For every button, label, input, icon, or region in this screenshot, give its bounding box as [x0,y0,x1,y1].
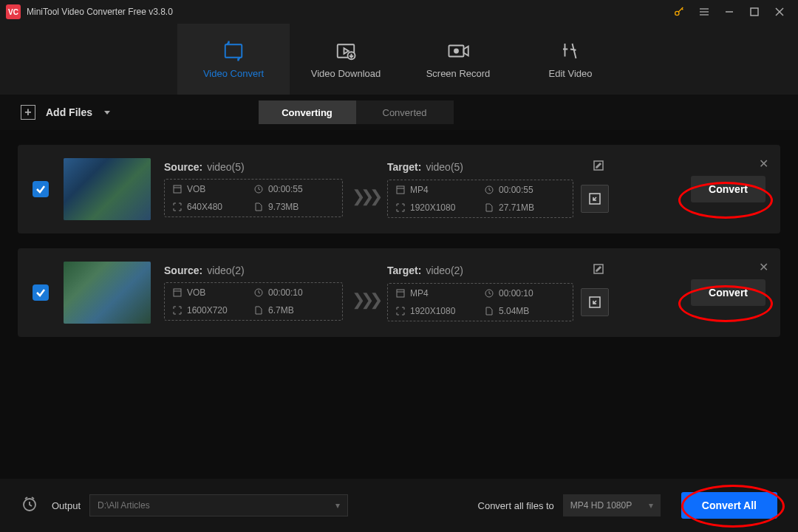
file-list: Source:video(5) VOB 00:00:55 640X480 9.7… [0,130,798,352]
source-label: Source:video(5) [164,161,343,173]
resolution-icon [172,202,183,212]
add-files-label: Add Files [46,106,92,118]
filesize-icon [484,202,494,213]
source-filename: video(2) [207,265,245,276]
download-icon [335,40,357,62]
target-specbox: MP4 00:00:55 1920X1080 27.71MB [387,180,573,218]
target-filename: video(5) [426,161,463,173]
filesize-icon [484,306,494,316]
file-thumbnail [64,158,151,220]
tab-converted[interactable]: Converted [356,100,454,124]
file-card: Source:video(5) VOB 00:00:55 640X480 9.7… [18,145,780,233]
source-info: Source:video(5) VOB 00:00:55 640X480 9.7… [164,161,343,217]
minimize-icon[interactable] [717,0,742,24]
svg-rect-20 [397,186,404,194]
format-icon [395,288,406,299]
edit-icon[interactable] [593,160,604,174]
navbar: Video Convert Video Download Screen Reco… [0,24,798,95]
titlebar: VC MiniTool Video Converter Free v3.8.0 [0,0,798,24]
source-filename: video(5) [207,161,245,173]
file-card: Source:video(2) VOB 00:00:10 1600X720 6.… [18,248,780,337]
filesize-icon [253,202,264,212]
source-specbox: VOB 00:00:10 1600X720 6.7MB [164,282,343,321]
chevron-down-icon [103,108,112,117]
remove-file-icon[interactable]: ✕ [759,260,768,274]
clock-icon [253,287,264,298]
add-files-button[interactable]: + Add Files [21,105,112,120]
source-specbox: VOB 00:00:55 640X480 9.73MB [164,179,343,217]
convert-all-label: Convert all files to [478,500,554,511]
target-label: Target:video(2) [387,265,463,276]
convert-button[interactable]: Convert [691,279,765,306]
svg-point-14 [454,49,458,52]
expand-target-button[interactable] [581,288,609,316]
menu-icon[interactable] [692,0,717,24]
target-filename: video(2) [426,265,463,276]
file-thumbnail [64,262,151,324]
svg-rect-28 [397,290,404,297]
output-path-selector[interactable]: D:\All Articles ▾ [89,494,348,516]
output-label: Output [52,500,81,511]
arrow-icon: ❯❯❯ [352,187,378,206]
format-icon [172,184,183,194]
file-checkbox[interactable] [33,181,49,197]
nav-edit-video[interactable]: Edit Video [514,24,627,95]
format-icon [172,287,183,298]
source-info: Source:video(2) VOB 00:00:10 1600X720 6.… [164,265,343,321]
app-logo: VC [6,4,21,19]
bottombar: Output D:\All Articles ▾ Convert all fil… [0,479,798,532]
nav-label: Edit Video [548,68,592,79]
nav-label: Video Convert [203,68,264,79]
chevron-down-icon: ▾ [335,500,340,511]
target-info: Target:video(5) MP4 00:00:55 1920X1080 2… [387,160,609,218]
convert-all-button[interactable]: Convert All [681,492,777,519]
svg-rect-24 [174,289,181,296]
expand-target-button[interactable] [581,185,609,213]
maximize-icon[interactable] [742,0,767,24]
edit-icon[interactable] [593,264,604,277]
filesize-icon [253,305,264,316]
nav-video-convert[interactable]: Video Convert [177,24,290,95]
toolbar: + Add Files Converting Converted [0,95,798,130]
source-label: Source:video(2) [164,265,343,276]
target-format-selector[interactable]: MP4 HD 1080P ▾ [563,494,661,516]
svg-rect-16 [174,185,181,193]
nav-video-download[interactable]: Video Download [290,24,402,95]
edit-video-icon [559,40,582,62]
plus-icon: + [21,105,35,120]
nav-screen-record[interactable]: Screen Record [402,24,514,95]
output-path-value: D:\All Articles [98,500,150,511]
arrow-icon: ❯❯❯ [352,290,378,310]
svg-marker-15 [104,111,110,115]
svg-rect-5 [751,8,758,16]
remove-file-icon[interactable]: ✕ [759,157,768,171]
status-tabs: Converting Converted [259,100,454,124]
clock-icon [253,184,264,194]
record-icon [447,40,469,62]
resolution-icon [395,202,406,213]
svg-point-0 [675,11,679,15]
target-specbox: MP4 00:00:10 1920X1080 5.04MB [387,283,573,321]
close-icon[interactable] [767,0,792,24]
nav-label: Video Download [311,68,381,79]
tab-converting[interactable]: Converting [259,100,356,124]
convert-icon [222,40,245,62]
convert-button[interactable]: Convert [691,176,765,202]
resolution-icon [395,306,406,316]
app-title: MiniTool Video Converter Free v3.8.0 [27,7,173,17]
target-format-value: MP4 HD 1080P [570,500,632,511]
target-info: Target:video(2) MP4 00:00:10 1920X1080 5… [387,264,609,321]
clock-icon [484,185,494,195]
clock-icon [484,288,494,299]
resolution-icon [172,305,183,316]
target-label: Target:video(5) [387,161,463,173]
format-icon [395,185,406,195]
key-icon[interactable] [666,0,692,24]
chevron-down-icon: ▾ [649,500,653,511]
nav-label: Screen Record [426,68,491,79]
schedule-icon[interactable] [21,495,38,516]
file-checkbox[interactable] [33,284,49,301]
svg-rect-8 [225,44,242,58]
